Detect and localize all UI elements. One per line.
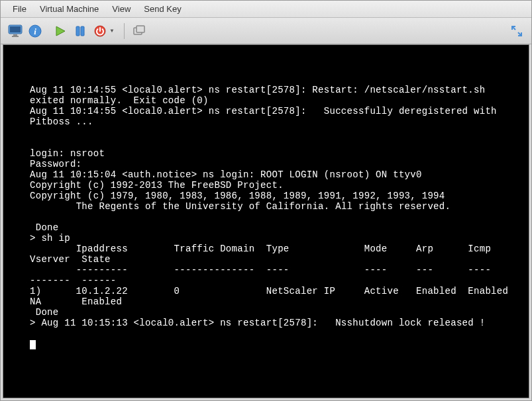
console-line: --------- -------------- ---- ---- --- -…: [3, 265, 529, 286]
play-icon[interactable]: [51, 22, 70, 40]
console-line: Ipaddress Traffic Domain Type Mode Arp I…: [3, 244, 529, 265]
console-area[interactable]: Aug 11 10:14:55 <local0.alert> ns restar…: [3, 44, 529, 398]
svg-rect-3: [12, 36, 19, 37]
console-line: Password:: [3, 159, 529, 169]
console-line: Aug 11 10:15:04 <auth.notice> ns login: …: [3, 169, 529, 180]
svg-rect-11: [136, 26, 144, 32]
svg-rect-8: [81, 26, 84, 36]
console-line: [3, 64, 529, 74]
console-line: login: nsroot: [3, 148, 529, 159]
svg-rect-7: [76, 26, 80, 36]
menu-bar: File Virtual Machine View Send Key: [1, 1, 531, 18]
menu-virtual-machine[interactable]: Virtual Machine: [33, 3, 105, 15]
console-line: 1) 10.1.2.22 0 NetScaler IP Active Enabl…: [3, 286, 529, 307]
console-line: [3, 328, 529, 339]
console-output: Aug 11 10:14:55 <local0.alert> ns restar…: [3, 45, 529, 349]
console-line: Aug 11 10:14:55 <local0.alert> ns restar…: [3, 85, 529, 106]
svg-marker-6: [56, 26, 65, 36]
toolbar-separator: [124, 23, 125, 39]
menu-view[interactable]: View: [105, 3, 137, 15]
fullscreen-icon[interactable]: [507, 22, 526, 40]
console-line: The Regents of the University of Califor…: [3, 201, 529, 212]
power-icon[interactable]: [91, 22, 109, 40]
console-line: > sh ip: [3, 233, 529, 244]
cursor: [30, 340, 36, 349]
svg-rect-1: [10, 26, 21, 32]
console-line: Copyright (c) 1979, 1980, 1983, 1986, 19…: [3, 191, 529, 201]
info-icon[interactable]: i: [26, 22, 44, 40]
menu-file[interactable]: File: [6, 3, 33, 15]
menu-send-key[interactable]: Send Key: [137, 3, 187, 15]
console-line: [3, 74, 529, 85]
console-line: > Aug 11 10:15:13 <local0.alert> ns rest…: [3, 318, 529, 328]
console-line: Copyright (c) 1992-2013 The FreeBSD Proj…: [3, 180, 529, 191]
console-line: [3, 53, 529, 64]
monitor-icon[interactable]: [6, 22, 25, 40]
power-dropdown-arrow-icon[interactable]: ▼: [109, 28, 115, 34]
pause-icon[interactable]: [71, 22, 89, 40]
console-line: Aug 11 10:14:55 <local0.alert> ns restar…: [3, 106, 529, 127]
svg-text:i: i: [34, 26, 36, 36]
console-line: [3, 127, 529, 138]
console-line: Done: [3, 222, 529, 233]
svg-rect-2: [13, 34, 17, 36]
console-line: [3, 212, 529, 222]
snapshot-icon[interactable]: [130, 22, 148, 40]
toolbar: i ▼: [1, 18, 531, 44]
console-line: Done: [3, 307, 529, 318]
console-line: [3, 138, 529, 148]
